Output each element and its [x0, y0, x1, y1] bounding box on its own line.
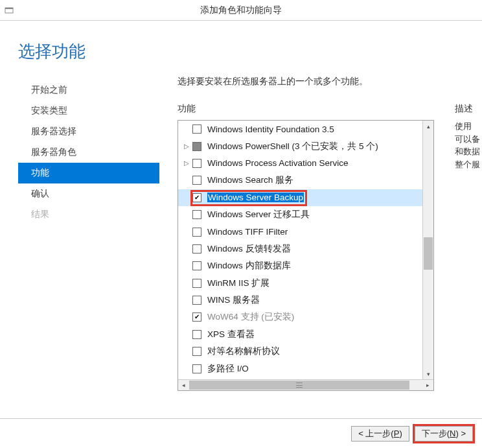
feature-checkbox[interactable]	[192, 159, 201, 168]
sidebar-item-2[interactable]: 服务器选择	[18, 121, 159, 142]
vertical-scroll-thumb[interactable]	[424, 237, 433, 270]
features-label: 功能	[178, 103, 434, 115]
feature-label: 对等名称解析协议	[207, 346, 280, 357]
next-suffix: ) >	[455, 429, 466, 438]
feature-row[interactable]: 多路径 I/O	[178, 360, 422, 377]
columns: 功能 Windows Identity Foundation 3.5▷Windo…	[178, 103, 482, 391]
description-panel: 描述 使用可以备和数据整个服	[455, 103, 482, 391]
scroll-left-button[interactable]: ◂	[178, 380, 189, 390]
prev-prefix: < 上一步(	[358, 428, 394, 440]
sidebar-item-0[interactable]: 开始之前	[18, 80, 159, 100]
window-title: 添加角色和功能向导	[200, 5, 282, 16]
scroll-down-button[interactable]: ▾	[423, 368, 433, 379]
feature-checkbox[interactable]	[192, 244, 201, 253]
feature-checkbox[interactable]	[192, 261, 201, 270]
feature-checkbox[interactable]	[192, 296, 201, 305]
feature-row[interactable]: Windows Identity Foundation 3.5	[178, 121, 422, 137]
scroll-right-button[interactable]: ▸	[422, 380, 433, 390]
description-line: 使用	[455, 120, 482, 133]
horizontal-scroll-thumb[interactable]	[189, 381, 409, 390]
feature-row[interactable]: Windows 反馈转发器	[178, 241, 422, 257]
feature-checkbox[interactable]	[192, 330, 201, 339]
feature-checkbox[interactable]	[192, 176, 201, 185]
page: 选择功能 开始之前安装类型服务器选择服务器角色功能确认结果 选择要安装在所选服务…	[0, 21, 482, 448]
feature-label: WINS 服务器	[207, 294, 260, 306]
feature-label: Windows PowerShell (3 个已安装，共 5 个)	[207, 141, 378, 152]
wizard-sidebar: 开始之前安装类型服务器选择服务器角色功能确认结果	[18, 76, 159, 391]
feature-label: Windows Process Activation Service	[207, 158, 349, 168]
feature-row[interactable]: Windows Server Backup	[178, 189, 422, 206]
footer: < 上一步(P) 下一步(N) >	[0, 418, 482, 448]
description-text: 使用可以备和数据整个服	[455, 120, 482, 171]
description-line: 可以备	[455, 133, 482, 146]
main-area: 选择要安装在所选服务器上的一个或多个功能。 功能 Windows Identit…	[159, 76, 482, 391]
sidebar-item-5[interactable]: 确认	[18, 183, 159, 204]
feature-row[interactable]: ▷Windows Process Activation Service	[178, 155, 422, 172]
features-treeview: Windows Identity Foundation 3.5▷Windows …	[178, 120, 434, 391]
prev-suffix: )	[399, 429, 402, 438]
tree-items: Windows Identity Foundation 3.5▷Windows …	[178, 121, 422, 379]
feature-checkbox[interactable]	[192, 193, 201, 202]
feature-label: Windows TIFF IFilter	[207, 227, 288, 237]
sidebar-item-4[interactable]: 功能	[18, 163, 159, 183]
next-mnemonic: N	[450, 429, 455, 438]
prev-mnemonic: P	[394, 429, 400, 438]
feature-row[interactable]: Windows Server 迁移工具	[178, 206, 422, 223]
body: 开始之前安装类型服务器选择服务器角色功能确认结果 选择要安装在所选服务器上的一个…	[0, 76, 482, 391]
features-panel: 功能 Windows Identity Foundation 3.5▷Windo…	[178, 103, 434, 391]
feature-label: Windows Identity Foundation 3.5	[207, 124, 334, 134]
feature-label: WoW64 支持 (已安装)	[207, 311, 294, 323]
feature-row[interactable]: WINS 服务器	[178, 292, 422, 309]
feature-checkbox[interactable]	[192, 364, 201, 373]
sidebar-item-6: 结果	[18, 204, 159, 225]
feature-checkbox[interactable]	[192, 210, 201, 219]
window-icon	[4, 5, 14, 16]
previous-button[interactable]: < 上一步(P)	[351, 426, 409, 442]
feature-row[interactable]: ▷Windows PowerShell (3 个已安装，共 5 个)	[178, 137, 422, 154]
feature-row[interactable]: Windows Search 服务	[178, 172, 422, 189]
feature-checkbox[interactable]	[192, 142, 201, 151]
sidebar-item-1[interactable]: 安装类型	[18, 100, 159, 121]
sidebar-item-3[interactable]: 服务器角色	[18, 142, 159, 163]
feature-checkbox[interactable]	[192, 347, 201, 356]
feature-row[interactable]: WoW64 支持 (已安装)	[178, 309, 422, 325]
expand-icon[interactable]: ▷	[182, 159, 191, 168]
feature-checkbox[interactable]	[192, 279, 201, 288]
titlebar[interactable]: 添加角色和功能向导	[0, 0, 482, 21]
feature-checkbox[interactable]	[192, 124, 201, 134]
feature-label: WinRM IIS 扩展	[207, 277, 270, 289]
scroll-up-button[interactable]: ▴	[423, 121, 433, 132]
description-label: 描述	[455, 103, 482, 115]
feature-row[interactable]: WinRM IIS 扩展	[178, 275, 422, 292]
expand-icon[interactable]: ▷	[182, 142, 191, 151]
feature-label: Windows 内部数据库	[207, 260, 291, 272]
instruction-text: 选择要安装在所选服务器上的一个或多个功能。	[178, 76, 482, 88]
svg-rect-1	[5, 8, 13, 9]
feature-row[interactable]: Windows 内部数据库	[178, 257, 422, 274]
feature-label: XPS 查看器	[207, 329, 255, 340]
feature-label: Windows Server 迁移工具	[207, 209, 310, 220]
description-line: 整个服	[455, 158, 482, 171]
feature-label: Windows 反馈转发器	[207, 243, 291, 255]
next-button[interactable]: 下一步(N) >	[415, 426, 473, 442]
page-title: 选择功能	[0, 21, 482, 76]
feature-label: Windows Server Backup	[207, 193, 304, 202]
tree-scroll-area: Windows Identity Foundation 3.5▷Windows …	[178, 121, 433, 379]
feature-label: Windows Search 服务	[207, 174, 293, 186]
next-prefix: 下一步(	[422, 428, 450, 440]
horizontal-scrollbar[interactable]: ◂ ▸	[178, 379, 433, 390]
feature-checkbox	[192, 312, 201, 322]
feature-row[interactable]: Windows TIFF IFilter	[178, 223, 422, 240]
feature-row[interactable]: 对等名称解析协议	[178, 343, 422, 360]
feature-label: 多路径 I/O	[207, 363, 249, 375]
feature-checkbox[interactable]	[192, 228, 201, 237]
vertical-scrollbar[interactable]: ▴ ▾	[422, 121, 433, 379]
feature-row[interactable]: XPS 查看器	[178, 326, 422, 343]
description-line: 和数据	[455, 145, 482, 158]
